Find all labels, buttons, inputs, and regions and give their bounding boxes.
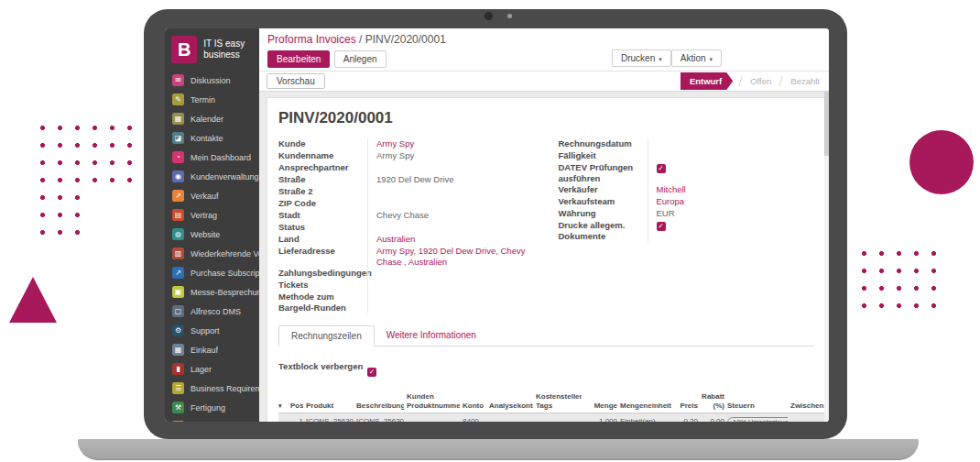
sidebar-item-partial[interactable] <box>165 417 259 422</box>
statusbar: Vorschau Entwurf Offen Bezahlt <box>259 71 829 92</box>
state-offen[interactable]: Offen <box>741 76 780 86</box>
app-logo[interactable]: B IT IS easy business <box>165 28 259 71</box>
cell-mengeneinheit: Einheit(en) <box>620 417 671 422</box>
field-value-stadt[interactable]: Chevy Chase <box>367 210 535 222</box>
main-panel: Proforma Invoices / PINV/2020/0001 Bearb… <box>259 28 829 422</box>
field-value-status[interactable] <box>367 222 535 234</box>
field-value-zip[interactable] <box>367 198 535 210</box>
create-button[interactable]: Anlegen <box>334 50 387 68</box>
scrollbar[interactable] <box>824 92 829 422</box>
decor-circle <box>909 130 974 194</box>
field-row-waehrung: Währung EUR <box>559 208 815 220</box>
col-kostenstellen-tags[interactable]: Kostenstellen Tags <box>536 392 582 410</box>
sidebar-item-verkauf[interactable]: ↗ Verkauf <box>165 186 259 205</box>
col-mengeneinheit[interactable]: Mengeneinheit <box>620 402 671 411</box>
field-row-ansprechpartner: Ansprechpartner <box>278 162 535 174</box>
datev-checkbox[interactable]: ✓ <box>657 164 666 173</box>
breadcrumb-parent-link[interactable]: Proforma Invoices <box>267 33 356 46</box>
field-value-kundenname[interactable]: Army Spy <box>367 150 535 162</box>
sidebar-item-alfresco-dms[interactable]: ▢ Alfresco DMS <box>165 302 259 321</box>
sidebar-item-website[interactable]: ◍ Website <box>165 225 259 244</box>
cell-kunden-produktnummer <box>407 417 460 422</box>
field-label: ZIP Code <box>278 198 367 210</box>
sidebar-item-purchase-subscription[interactable]: ↗ Purchase Subscripti... <box>165 263 259 282</box>
sidebar-item-label: Purchase Subscripti... <box>191 269 259 278</box>
field-value-bargeld-runden[interactable] <box>367 292 535 314</box>
sidebar-item-label: Mein Dashboard <box>191 153 251 162</box>
print-dropdown-button[interactable]: Drucken▾ <box>612 50 671 67</box>
col-preis[interactable]: Preis <box>674 402 698 411</box>
col-beschreibung[interactable]: Beschreibung <box>356 402 404 411</box>
decor-dot-grid-left-bottom <box>40 195 93 248</box>
sort-caret-icon[interactable]: ▾ <box>278 402 288 410</box>
field-value-waehrung[interactable]: EUR <box>648 208 815 220</box>
field-value-rechnungsdatum[interactable] <box>648 138 815 150</box>
field-row-faelligkeit: Fälligkeit <box>559 150 815 162</box>
sidebar-item-messe-besprechung[interactable]: ▣ Messe-Besprechung... <box>165 282 259 302</box>
sidebar-item-wiederkehrende[interactable]: ▥ Wiederkehrende Ver... <box>165 244 259 263</box>
notebook-tabs: Rechnungszeilen Weitere Informationen <box>278 325 814 346</box>
field-value-strasse2[interactable] <box>367 186 535 198</box>
cell-analysekonto <box>489 417 533 422</box>
field-value-ansprechpartner[interactable] <box>367 162 535 174</box>
sidebar-item-kontakte[interactable]: ◪ Kontakte <box>165 128 259 148</box>
field-value-verkaeufer[interactable]: Mitchell <box>648 184 815 196</box>
col-rabatt[interactable]: Rabatt (%) <box>701 392 724 410</box>
field-value-kunde[interactable]: Army Spy <box>367 138 535 150</box>
state-bezahlt[interactable]: Bezahlt <box>781 76 829 86</box>
cell-zwischensumme <box>790 417 825 422</box>
drucke-dokumente-checkbox[interactable]: ✓ <box>657 222 666 231</box>
field-label: Drucke allegem. Dokumente <box>559 220 648 242</box>
field-label: Währung <box>559 208 648 220</box>
col-analysekonto[interactable]: Analysekonto <box>489 402 533 411</box>
field-label: Status <box>278 222 367 234</box>
logo-icon: B <box>171 36 197 63</box>
tab-weitere-informationen[interactable]: Weitere Informationen <box>375 325 488 346</box>
field-row-kundenname: Kundenname Army Spy <box>278 150 535 162</box>
field-value-lieferadresse[interactable]: Army Spy, 1920 Del Dew Drive, Chevy Chas… <box>367 246 535 268</box>
field-value-tickets[interactable] <box>367 280 535 292</box>
sidebar-item-termin[interactable]: ✎ Termin <box>165 90 259 109</box>
sidebar: B IT IS easy business ✉ Diskussion ✎ Ter… <box>165 28 259 422</box>
field-label: Stadt <box>278 210 367 222</box>
col-steuern[interactable]: Steuern <box>727 402 788 411</box>
scrollbar-thumb[interactable] <box>824 92 829 156</box>
field-value-verkaufsteam[interactable]: Europa <box>648 196 815 208</box>
field-row-zip: ZIP Code <box>278 198 535 210</box>
field-row-stadt: Stadt Chevy Chase <box>278 210 535 222</box>
sidebar-item-vertrag[interactable]: ▤ Vertrag <box>165 205 259 225</box>
col-menge[interactable]: Menge <box>584 402 617 411</box>
col-produkt[interactable]: Produkt <box>306 402 354 411</box>
col-pos[interactable]: Pos <box>290 402 303 411</box>
preview-button[interactable]: Vorschau <box>267 73 325 89</box>
edit-button[interactable]: Bearbeiten <box>267 50 330 68</box>
sidebar-item-fertigung[interactable]: ⚒ Fertigung <box>165 398 259 417</box>
sidebar-item-lager[interactable]: ▮ Lager <box>165 359 259 379</box>
field-row-strasse2: Straße 2 <box>278 186 535 198</box>
col-zwischensumme[interactable]: Zwischensu <box>790 402 825 411</box>
sidebar-item-einkauf[interactable]: ▦ Einkauf <box>165 340 259 359</box>
sidebar-item-kundenverwaltung[interactable]: ◉ Kundenverwaltung <box>165 167 259 186</box>
sidebar-item-mein-dashboard[interactable]: ◔ Mein Dashboard <box>165 148 259 167</box>
state-entwurf[interactable]: Entwurf <box>681 72 733 90</box>
sidebar-item-business-requirements[interactable]: ☰ Business Requireme... <box>165 379 259 398</box>
sidebar-item-diskussion[interactable]: ✉ Diskussion <box>165 71 259 90</box>
field-value-faelligkeit[interactable] <box>648 150 815 162</box>
requirements-icon: ☰ <box>172 382 184 394</box>
field-value-zahlungsbedingungen[interactable] <box>367 268 535 280</box>
action-dropdown-button[interactable]: Aktion▾ <box>671 50 722 67</box>
cell-produkt: [CONS_25630] Schraube <box>306 417 354 422</box>
sidebar-item-kalender[interactable]: ▦ Kalender <box>165 109 259 128</box>
field-value-strasse[interactable]: 1920 Del Dew Drive <box>367 174 535 186</box>
tab-rechnungszeilen[interactable]: Rechnungszeilen <box>278 325 375 346</box>
field-value-land[interactable]: Australien <box>367 234 535 246</box>
col-konto[interactable]: Konto <box>463 402 486 411</box>
textblock-checkbox[interactable]: ✓ <box>367 368 376 377</box>
field-row-rechnungsdatum: Rechnungsdatum <box>559 138 815 150</box>
sidebar-item-label: Wiederkehrende Ver... <box>191 249 259 258</box>
col-kunden-produktnummer[interactable]: Kunden Produktnummer <box>407 392 460 410</box>
sidebar-item-support[interactable]: ⚙ Support <box>165 321 259 340</box>
table-row[interactable]: 1 [CONS_25630] Schraube [CONS_25630] Scr… <box>278 413 825 422</box>
app-icon <box>172 421 184 422</box>
tax-tag[interactable]: 19% Umsatzsteuer <box>727 417 788 422</box>
